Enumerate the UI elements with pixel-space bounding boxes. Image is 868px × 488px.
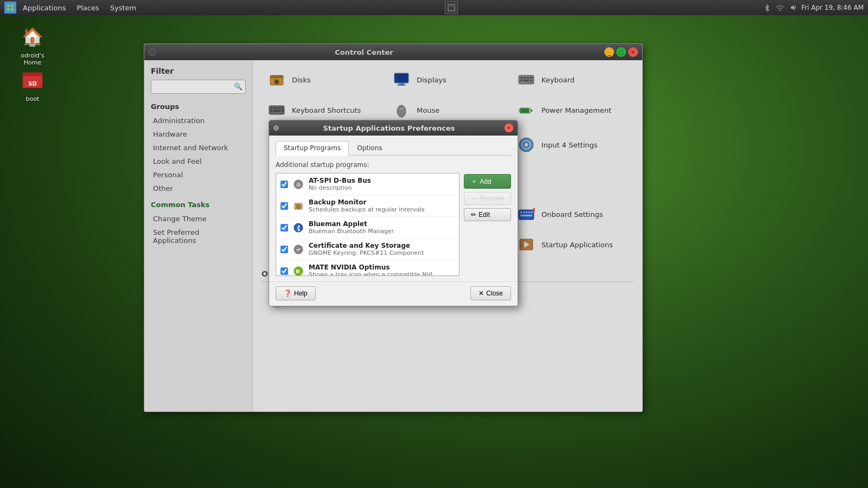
network-icon (775, 3, 785, 12)
home-icon-label: odroid's Home (13, 52, 52, 66)
svg-point-85 (298, 206, 299, 207)
remove-label: Remove (480, 195, 504, 202)
home-icon: 🏠 (20, 24, 46, 50)
program-icon-backup (292, 200, 304, 212)
program-name-nvidia: MATE NVIDIA Optimus (309, 264, 455, 271)
help-icon: ❓ (284, 290, 292, 297)
remove-icon: — (471, 195, 477, 202)
menu-system[interactable]: System (106, 3, 141, 13)
taskbar-left: Applications Places System (4, 2, 141, 14)
add-label: Add (480, 178, 491, 185)
program-checkbox-nvidia[interactable] (280, 267, 288, 275)
program-item-blueman[interactable]: Blueman Applet Blueman Bluetooth Manager (276, 217, 459, 239)
svg-rect-0 (7, 4, 10, 7)
taskbar-center (141, 1, 762, 14)
boot-icon: SD (20, 67, 46, 93)
program-icon-nvidia: N (292, 265, 304, 277)
tab-startup-programs[interactable]: Startup Programs (276, 141, 349, 156)
program-checkbox-backup[interactable] (280, 202, 288, 210)
svg-text:N: N (296, 269, 300, 274)
program-info-cert: Certificate and Key Storage GNOME Keyrin… (309, 242, 455, 256)
volume-icon (788, 3, 798, 12)
svg-rect-8 (23, 73, 42, 76)
programs-list[interactable]: ⚙ AT-SPI D-Bus Bus No description (276, 173, 459, 276)
program-desc-cert: GNOME Keyring: PKCS#11 Component (309, 249, 455, 256)
bluetooth-icon (762, 3, 772, 12)
edit-label: Edit (478, 211, 490, 219)
svg-text:⚙: ⚙ (296, 182, 301, 188)
menu-applications[interactable]: Applications (18, 3, 70, 13)
program-info-backup: Backup Monitor Schedules backups at regu… (309, 198, 455, 213)
dialog-title: Startup Applications Preferences (273, 124, 505, 132)
clock: Fri Apr 19, 8:46 AM (801, 4, 864, 11)
remove-program-button[interactable]: — Remove (464, 192, 511, 205)
tab-options[interactable]: Options (349, 141, 390, 155)
edit-icon: ✏ (471, 211, 476, 219)
program-desc-blueman: Blueman Bluetooth Manager (309, 228, 455, 235)
dialog-close-button[interactable]: ✕ (505, 124, 513, 132)
program-name-blueman: Blueman Applet (309, 220, 455, 228)
add-program-button[interactable]: ＋ Add (464, 174, 511, 189)
add-icon: ＋ (471, 177, 477, 186)
startup-dialog: Startup Applications Preferences ✕ Start… (269, 120, 518, 306)
dialog-footer: ❓ Help ✕ Close (269, 281, 518, 306)
dialog-titlebar: Startup Applications Preferences ✕ (269, 120, 518, 136)
program-name-backup: Backup Monitor (309, 198, 455, 206)
dialog-tabs: Startup Programs Options (276, 141, 511, 156)
program-item-nvidia[interactable]: N MATE NVIDIA Optimus Shows a tray icon … (276, 260, 459, 276)
program-info-nvidia: MATE NVIDIA Optimus Shows a tray icon wh… (309, 264, 455, 276)
program-desc-backup: Schedules backups at regular intervals (309, 206, 455, 213)
svg-rect-2 (7, 8, 10, 11)
svg-rect-5 (448, 4, 455, 7)
program-desc-nvidia: Shows a tray icon when a compatible NVI.… (309, 271, 455, 276)
help-label: Help (294, 290, 308, 297)
desktop-icon-boot[interactable]: SD boot (11, 65, 54, 105)
programs-area: ⚙ AT-SPI D-Bus Bus No description (276, 173, 511, 276)
program-info-at-spi: AT-SPI D-Bus Bus No description (309, 177, 455, 191)
program-checkbox-at-spi[interactable] (280, 181, 288, 188)
desktop: Applications Places System (0, 0, 868, 488)
taskbar-right: Fri Apr 19, 8:46 AM (762, 3, 864, 12)
program-icon-cert (292, 243, 304, 255)
programs-buttons: ＋ Add — Remove ✏ Edit (464, 173, 511, 276)
close-button[interactable]: ✕ Close (470, 286, 511, 300)
control-center-window: Control Center _ □ ✕ Filter 🔍 Groups Adm… (144, 43, 643, 412)
svg-point-6 (780, 10, 781, 11)
svg-text:SD: SD (28, 81, 37, 87)
svg-rect-3 (11, 8, 14, 11)
taskbar: Applications Places System (0, 0, 868, 15)
program-checkbox-blueman[interactable] (280, 224, 288, 232)
desktop-icon-home[interactable]: 🏠 odroid's Home (11, 22, 54, 68)
program-item-at-spi[interactable]: ⚙ AT-SPI D-Bus Bus No description (276, 174, 459, 195)
dialog-body: Startup Programs Options Additional star… (269, 136, 518, 281)
close-icon: ✕ (478, 290, 484, 297)
program-name-at-spi: AT-SPI D-Bus Bus (309, 177, 455, 184)
taskbar-app-icon[interactable] (4, 2, 16, 14)
program-icon-at-spi: ⚙ (292, 178, 304, 190)
close-label: Close (486, 290, 503, 297)
taskbar-window-button[interactable] (445, 1, 458, 14)
dialog-overlay: Startup Applications Preferences ✕ Start… (144, 44, 642, 412)
program-desc-at-spi: No description (309, 184, 455, 191)
program-item-backup[interactable]: Backup Monitor Schedules backups at regu… (276, 195, 459, 217)
program-info-blueman: Blueman Applet Blueman Bluetooth Manager (309, 220, 455, 235)
program-icon-blueman (292, 222, 304, 234)
programs-label: Additional startup programs: (276, 161, 511, 169)
boot-icon-label: boot (26, 95, 40, 102)
program-item-cert[interactable]: Certificate and Key Storage GNOME Keyrin… (276, 239, 459, 260)
program-checkbox-cert[interactable] (280, 246, 288, 253)
svg-rect-1 (11, 4, 14, 7)
menu-places[interactable]: Places (72, 3, 103, 13)
program-name-cert: Certificate and Key Storage (309, 242, 455, 249)
edit-program-button[interactable]: ✏ Edit (464, 208, 511, 221)
help-button[interactable]: ❓ Help (276, 286, 316, 300)
